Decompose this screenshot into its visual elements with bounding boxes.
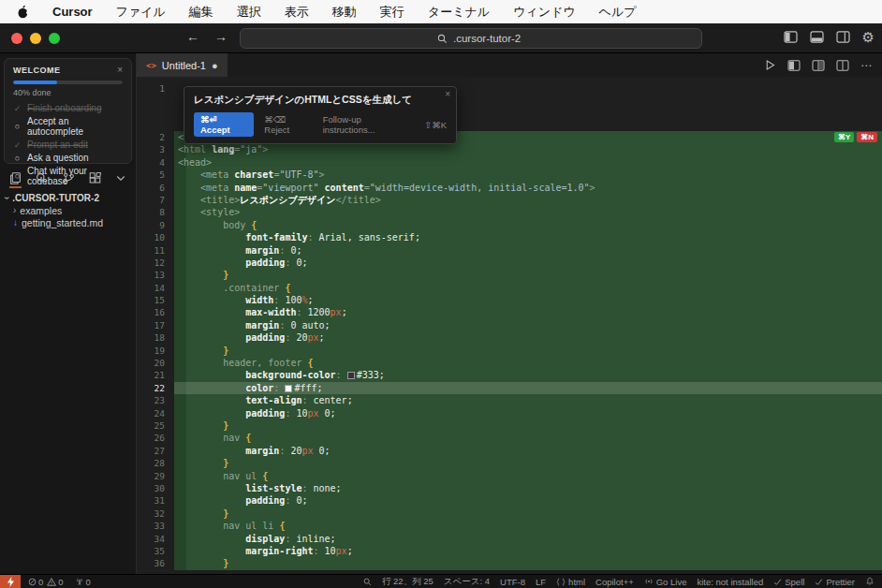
code-line[interactable]: 3<html lang="ja"> (137, 143, 882, 155)
line-content[interactable]: list-style: none; (174, 482, 882, 494)
line-content[interactable]: text-align: center; (174, 394, 882, 406)
code-line[interactable]: 14 .container { (137, 282, 882, 294)
line-content[interactable]: font-family: Arial, sans-serif; (174, 231, 882, 243)
checklist-item-accept-autocomplete[interactable]: ○ Accept an autocomplete (13, 116, 123, 137)
accept-button[interactable]: ⌘⏎ Accept (194, 112, 254, 137)
code-line[interactable]: 27 margin: 20px 0; (137, 445, 882, 457)
line-content[interactable]: } (174, 269, 882, 281)
tree-item-examples[interactable]: › examples (0, 204, 136, 216)
line-content[interactable]: <meta name="viewport" content="width=dev… (174, 182, 882, 194)
problems-errors[interactable]: 0 (28, 577, 43, 587)
split-editor-right-icon[interactable] (836, 60, 849, 71)
code-line[interactable]: 4<head> (137, 156, 882, 169)
code-line[interactable]: 10 font-family: Arial, sans-serif; (137, 231, 882, 243)
tab-untitled-1[interactable]: <> Untitled-1 ● (137, 53, 228, 77)
menu-item-window[interactable]: ウィンドウ (513, 4, 576, 21)
code-line[interactable]: 31 padding: 0; (137, 494, 882, 507)
line-content[interactable]: max-width: 1200px; (174, 306, 882, 318)
minimize-window-button[interactable] (30, 33, 41, 44)
line-content[interactable]: nav ul li { (174, 520, 882, 532)
problems-warnings[interactable]: 0 (47, 577, 63, 587)
code-line[interactable]: 13 } (137, 269, 882, 281)
extensions-icon[interactable] (89, 172, 101, 188)
line-content[interactable]: padding: 20px; (174, 331, 882, 344)
dirty-indicator-icon[interactable]: ● (212, 60, 218, 71)
prettier-status[interactable]: Prettier (815, 577, 855, 587)
code-line[interactable]: 19 } (137, 345, 882, 357)
line-content[interactable]: width: 100%; (174, 294, 882, 306)
line-content[interactable]: body { (174, 219, 882, 231)
code-line[interactable]: 26 nav { (137, 432, 882, 444)
go-live-button[interactable]: Go Live (644, 577, 687, 587)
cursor-position[interactable]: 行 22、列 25 (382, 576, 434, 588)
line-content[interactable]: color: #fff; (174, 382, 882, 394)
code-line[interactable]: 35 margin-right: 10px; (137, 545, 882, 557)
line-content[interactable]: } (174, 457, 882, 469)
menu-item-terminal[interactable]: ターミナル (428, 4, 490, 21)
menu-item-selection[interactable]: 選択 (237, 4, 261, 21)
close-window-button[interactable] (11, 33, 22, 44)
menu-item-run[interactable]: 実行 (380, 4, 404, 21)
back-button[interactable]: ← (186, 29, 199, 44)
tree-item-getting-started[interactable]: ↓ getting_started.md (0, 216, 136, 228)
line-content[interactable]: nav { (174, 432, 882, 444)
code-line[interactable]: 32 } (137, 507, 882, 520)
code-line[interactable]: 23 text-align: center; (137, 394, 882, 406)
line-content[interactable]: } (174, 345, 882, 357)
code-line[interactable]: 34 display: inline; (137, 533, 882, 545)
code-line[interactable]: 20 header, footer { (137, 357, 882, 369)
code-line[interactable]: 16 max-width: 1200px; (137, 306, 882, 318)
forward-button[interactable]: → (214, 29, 228, 44)
toggle-secondary-sidebar-icon[interactable] (836, 31, 850, 43)
search-icon[interactable] (36, 172, 48, 188)
close-icon[interactable]: × (445, 89, 450, 99)
code-line[interactable]: 22 color: #fff; (137, 382, 882, 394)
color-swatch-icon[interactable] (285, 385, 292, 392)
code-line[interactable]: 7 <title>レスポンシブデザイン</title> (137, 194, 882, 206)
accept-diff-badge[interactable]: ⌘Y (834, 132, 854, 142)
line-content[interactable]: background-color: #333; (174, 369, 882, 381)
code-line[interactable]: 18 padding: 20px; (137, 331, 882, 344)
reject-button[interactable]: ⌘⌫ Reject (264, 114, 312, 135)
code-line[interactable]: 11 margin: 0; (137, 244, 882, 257)
menu-item-edit[interactable]: 編集 (189, 4, 213, 21)
code-line[interactable]: 9 body { (137, 219, 882, 231)
toggle-primary-sidebar-icon[interactable] (784, 31, 798, 43)
line-content[interactable]: <style> (174, 206, 882, 218)
notifications-bell-icon[interactable] (865, 577, 875, 586)
followup-input[interactable]: Follow-up instructions... (323, 114, 415, 135)
code-line[interactable]: 5 <meta charset="UTF-8"> (137, 169, 882, 181)
menu-item-help[interactable]: ヘルプ (599, 4, 637, 21)
spell-checker-status[interactable]: Spell (773, 577, 804, 587)
code-line[interactable]: 12 padding: 0; (137, 257, 882, 269)
line-content[interactable]: <html lang="ja"> (174, 143, 882, 155)
code-line[interactable]: 15 width: 100%; (137, 294, 882, 306)
run-file-icon[interactable] (764, 59, 776, 71)
line-content[interactable]: padding: 10px 0; (174, 407, 882, 419)
line-content[interactable]: } (174, 419, 882, 432)
toggle-panel-icon[interactable] (810, 31, 824, 43)
code-line[interactable]: 8 <style> (137, 206, 882, 218)
code-line[interactable]: 24 padding: 10px 0; (137, 407, 882, 419)
code-line[interactable]: 30 list-style: none; (137, 482, 882, 494)
code-editor[interactable]: 1 × レスポンシブデザインのHTMLとCSSを生成して ⌘⏎ Accept ⌘… (137, 77, 882, 574)
source-control-icon[interactable] (63, 172, 75, 188)
line-content[interactable]: padding: 0; (174, 257, 882, 269)
code-line[interactable]: 25 } (137, 419, 882, 432)
zoom-window-button[interactable] (49, 33, 60, 44)
ports-indicator[interactable]: 0 (75, 577, 91, 587)
code-line[interactable]: 33 nav ul li { (137, 520, 882, 532)
explorer-root-folder[interactable]: › .CURSOR-TUTOR-2 (0, 192, 136, 204)
line-content[interactable]: <title>レスポンシブデザイン</title> (174, 194, 882, 206)
code-line[interactable]: 17 margin: 0 auto; (137, 319, 882, 331)
chevron-down-icon[interactable] (115, 172, 126, 187)
line-content[interactable]: padding: 0; (174, 494, 882, 507)
menu-item-go[interactable]: 移動 (332, 4, 357, 21)
line-content[interactable]: .container { (174, 282, 882, 294)
code-line[interactable]: 36 } (137, 557, 882, 569)
line-content[interactable]: display: inline; (174, 533, 882, 545)
copilot-status[interactable]: Copilot++ (595, 577, 634, 587)
code-line[interactable]: 6 <meta name="viewport" content="width=d… (137, 182, 882, 194)
line-content[interactable]: nav ul { (174, 470, 882, 482)
color-swatch-icon[interactable] (347, 372, 355, 379)
